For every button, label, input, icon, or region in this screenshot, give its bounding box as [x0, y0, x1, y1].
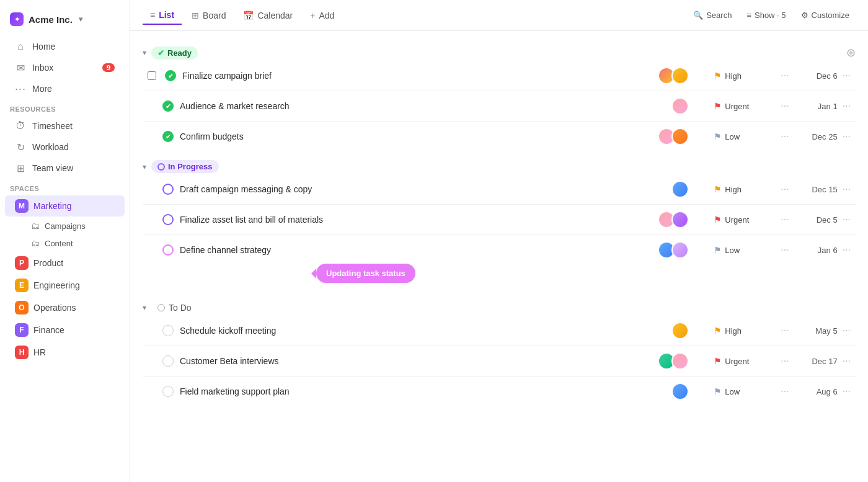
sidebar-space-operations[interactable]: O Operations: [5, 297, 125, 318]
inbox-badge: 9: [102, 63, 115, 72]
task-status-empty[interactable]: [162, 355, 174, 367]
sidebar-sub-campaigns[interactable]: 🗂 Campaigns: [5, 218, 125, 234]
task-row[interactable]: Field marketing support plan ⚑ Low ··· A…: [143, 378, 856, 405]
task-name: Customer Beta interviews: [180, 356, 658, 366]
task-dots[interactable]: ···: [781, 131, 789, 142]
board-tab-icon: ⊞: [192, 11, 199, 20]
sidebar-item-teamview[interactable]: ⊞ Team view: [5, 158, 125, 178]
in-progress-badge[interactable]: In Progress: [151, 160, 219, 173]
logo-icon: ✦: [10, 12, 24, 26]
task-status-inprogress[interactable]: [162, 244, 174, 256]
show-label: Show · 5: [755, 11, 786, 20]
show-action[interactable]: ≡ Show · 5: [740, 7, 792, 24]
marketing-space-label: Marketing: [33, 201, 71, 211]
add-tab-icon: +: [310, 11, 315, 20]
task-more-menu[interactable]: ···: [843, 244, 851, 256]
task-status-empty[interactable]: [162, 386, 174, 397]
timesheet-icon: ⏱: [15, 120, 26, 132]
task-row[interactable]: Draft campaign messaging & copy ⚑ High ·…: [143, 176, 856, 203]
task-date: Dec 5: [794, 215, 838, 225]
tab-board[interactable]: ⊞ Board: [184, 7, 233, 24]
task-more-menu[interactable]: ···: [843, 214, 851, 225]
sidebar-space-marketing[interactable]: M Marketing: [5, 195, 125, 216]
sidebar-space-finance[interactable]: F Finance: [5, 319, 125, 341]
task-name: Field marketing support plan: [180, 386, 671, 396]
task-status-done[interactable]: ✔: [165, 70, 176, 81]
todo-badge[interactable]: To Do: [151, 301, 198, 315]
task-select-checkbox[interactable]: [148, 71, 156, 80]
sidebar-item-more[interactable]: ··· More: [5, 79, 125, 99]
app-logo[interactable]: ✦ Acme Inc. ▾: [0, 7, 130, 36]
task-dots[interactable]: ···: [781, 386, 789, 397]
task-more-menu[interactable]: ···: [843, 386, 851, 397]
task-dots[interactable]: ···: [781, 70, 789, 81]
in-progress-chevron[interactable]: ▾: [143, 163, 146, 171]
task-priority: ⚑ Low: [714, 132, 776, 141]
operations-space-icon: O: [15, 301, 29, 315]
task-row[interactable]: Define channel strategy ⚑ Low ··· Jan 6 …: [143, 236, 856, 264]
task-dots[interactable]: ···: [781, 355, 789, 367]
task-status-inprogress[interactable]: [162, 184, 174, 195]
ready-add-button[interactable]: ⊕: [846, 46, 856, 60]
task-row[interactable]: Customer Beta interviews ⚑ Urgent ··· De…: [143, 347, 856, 375]
task-row[interactable]: Schedule kickoff meeting ⚑ High ··· May …: [143, 317, 856, 344]
board-tab-label: Board: [203, 11, 226, 20]
ready-badge[interactable]: ✔ Ready: [151, 47, 198, 60]
engineering-space-icon: E: [15, 279, 29, 292]
sidebar-item-workload[interactable]: ↻ Workload: [5, 137, 125, 157]
sidebar-item-timesheet[interactable]: ⏱ Timesheet: [5, 116, 125, 136]
tab-calendar[interactable]: 📅 Calendar: [236, 7, 300, 24]
ready-chevron[interactable]: ▾: [143, 48, 146, 57]
priority-label: Low: [725, 132, 740, 141]
tab-add[interactable]: + Add: [303, 7, 342, 24]
task-avatars: [658, 67, 689, 84]
flag-icon: ⚑: [714, 132, 722, 141]
task-more-menu[interactable]: ···: [843, 131, 851, 142]
task-status-empty[interactable]: [162, 325, 174, 336]
tab-list[interactable]: ≡ List: [143, 6, 182, 25]
customize-label: Customize: [812, 11, 849, 20]
priority-label: Urgent: [725, 215, 749, 225]
task-more-menu[interactable]: ···: [843, 184, 851, 195]
task-row[interactable]: ✔ Confirm budgets ⚑ Low ··· Dec 25 ···: [143, 123, 856, 150]
task-dots[interactable]: ···: [781, 325, 789, 336]
search-action[interactable]: 🔍 Search: [687, 7, 738, 24]
task-avatars: [658, 352, 689, 370]
sidebar-space-engineering[interactable]: E Engineering: [5, 275, 125, 296]
task-row[interactable]: ✔ Audience & market research ⚑ Urgent ··…: [143, 92, 856, 120]
task-dots[interactable]: ···: [781, 244, 789, 256]
sidebar-sub-content[interactable]: 🗂 Content: [5, 235, 125, 251]
task-more-menu[interactable]: ···: [843, 70, 851, 81]
sidebar-item-inbox[interactable]: ✉ Inbox 9: [5, 58, 125, 78]
logo-chevron: ▾: [79, 15, 82, 24]
task-dots[interactable]: ···: [781, 214, 789, 225]
task-status-inprogress[interactable]: [162, 214, 174, 225]
flag-icon: ⚑: [714, 326, 722, 336]
task-status-done[interactable]: ✔: [162, 131, 174, 142]
content-label: Content: [45, 239, 73, 248]
priority-label: High: [725, 71, 742, 81]
task-name: Schedule kickoff meeting: [180, 326, 671, 336]
task-status-done[interactable]: ✔: [162, 100, 174, 112]
task-avatars: [671, 97, 689, 115]
task-more-menu[interactable]: ···: [843, 355, 851, 367]
sidebar-item-home[interactable]: ⌂ Home: [5, 37, 125, 56]
task-more-menu[interactable]: ···: [843, 325, 851, 336]
calendar-tab-icon: 📅: [243, 11, 254, 20]
sidebar-space-hr[interactable]: H HR: [5, 342, 125, 363]
task-name: Finalize asset list and bill of material…: [180, 215, 658, 225]
resources-section-label: Resources: [0, 99, 130, 115]
sidebar: ✦ Acme Inc. ▾ ⌂ Home ✉ Inbox 9 ··· More …: [0, 0, 130, 482]
task-list-content: ▾ ✔ Ready ⊕ ✔ Finalize campaign brief ⚑ …: [130, 31, 868, 482]
avatar: [671, 211, 689, 228]
task-row[interactable]: ✔ Finalize campaign brief ⚑ High ··· Dec…: [143, 62, 856, 89]
customize-action[interactable]: ⚙ Customize: [795, 7, 856, 24]
task-row[interactable]: Finalize asset list and bill of material…: [143, 206, 856, 233]
todo-chevron[interactable]: ▾: [143, 303, 146, 312]
task-more-menu[interactable]: ···: [843, 100, 851, 112]
task-dots[interactable]: ···: [781, 100, 789, 112]
marketing-space-icon: M: [15, 199, 29, 213]
task-dots[interactable]: ···: [781, 184, 789, 195]
task-priority: ⚑ High: [714, 71, 776, 81]
sidebar-space-product[interactable]: P Product: [5, 252, 125, 274]
